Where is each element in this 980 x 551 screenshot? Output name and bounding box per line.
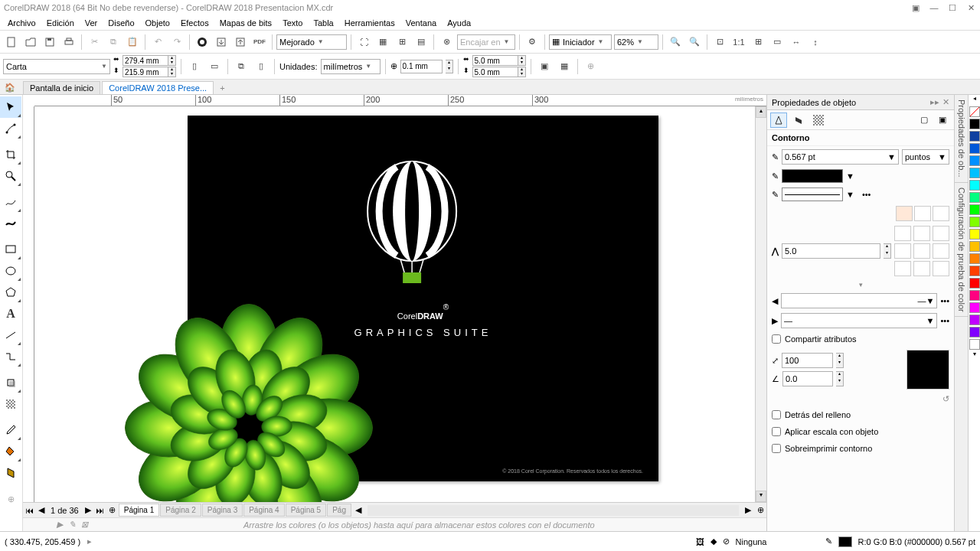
page-preset-combo[interactable]: Carta▼ xyxy=(3,59,110,74)
palette-swatch[interactable] xyxy=(969,290,980,301)
redo-button[interactable]: ↷ xyxy=(168,34,185,51)
canvas-viewport[interactable]: CorelDRAW® GRAPHICS SUITE © 2018 Corel C… xyxy=(34,106,755,502)
all-pages-button[interactable]: ⧉ xyxy=(233,58,250,75)
drop-shadow-tool[interactable] xyxy=(0,372,21,393)
vtab-properties[interactable]: Propiedades de ob... xyxy=(955,95,968,183)
page-width-input[interactable] xyxy=(122,55,168,66)
shape-tool[interactable] xyxy=(0,118,21,139)
menu-ventana[interactable]: Ventana xyxy=(401,17,441,29)
document-palette[interactable]: ▶✎⊠ Arrastre los colores (o los objetos)… xyxy=(23,517,766,531)
cap-9[interactable] xyxy=(933,261,949,276)
outline-units-combo[interactable]: puntos▼ xyxy=(902,149,949,165)
menu-mapas[interactable]: Mapas de bits xyxy=(215,17,276,29)
eyedropper-tool[interactable] xyxy=(0,419,21,441)
parallel-dim-tool[interactable] xyxy=(0,324,21,346)
rectangle-tool[interactable] xyxy=(0,239,21,260)
copy-button[interactable]: ⧉ xyxy=(105,34,122,51)
maximize-button[interactable]: ☐ xyxy=(947,2,958,13)
menu-efectos[interactable]: Efectos xyxy=(176,17,214,29)
zoom-page-button[interactable]: ▭ xyxy=(769,34,786,51)
relative-bounds-button[interactable]: ▦ xyxy=(556,58,573,75)
print-button[interactable] xyxy=(60,34,77,51)
artistic-media-tool[interactable] xyxy=(0,213,21,234)
transparency-tab[interactable] xyxy=(810,112,827,128)
last-page-button[interactable]: ⏭ xyxy=(94,504,106,517)
nib-stretch-input[interactable] xyxy=(782,353,833,368)
outline-style-swatch[interactable] xyxy=(782,187,843,201)
menu-objeto[interactable]: Objeto xyxy=(141,17,175,29)
corner-round-button[interactable] xyxy=(914,206,931,221)
vertical-scrollbar[interactable]: ▴▾ xyxy=(755,106,766,502)
palette-swatch[interactable] xyxy=(969,131,980,142)
zoom-all-button[interactable]: 1:1 xyxy=(730,34,747,51)
fill-tab[interactable] xyxy=(790,112,807,128)
palette-swatch[interactable] xyxy=(969,302,980,313)
palette-swatch[interactable] xyxy=(969,241,980,252)
freehand-tool[interactable] xyxy=(0,191,21,213)
palette-swatch[interactable] xyxy=(969,180,980,191)
text-tool[interactable]: A xyxy=(0,303,21,324)
new-tab-button[interactable]: + xyxy=(215,82,229,94)
open-button[interactable] xyxy=(22,34,39,51)
duplicate-x-input[interactable] xyxy=(472,55,518,66)
outline-width-combo[interactable]: 0.567 pt▼ xyxy=(782,149,899,165)
horizontal-scrollbar[interactable] xyxy=(368,505,739,516)
scroll-tabs-right[interactable]: ▶ xyxy=(742,504,754,517)
page-tab-3[interactable]: Página 3 xyxy=(202,504,243,517)
panel-mode-1[interactable]: ▢ xyxy=(916,112,933,128)
palette-swatch[interactable] xyxy=(969,229,980,240)
color-dropdown[interactable]: ▼ xyxy=(846,171,854,181)
menu-archivo[interactable]: Archivo xyxy=(3,17,41,29)
landscape-button[interactable]: ▭ xyxy=(206,58,223,75)
zoom-selection-button[interactable]: ⊡ xyxy=(711,34,728,51)
behind-fill-checkbox[interactable] xyxy=(772,410,781,419)
arrow-start-combo[interactable]: —▼ xyxy=(781,293,937,308)
interactive-fill-tool[interactable] xyxy=(0,441,21,462)
tab-document[interactable]: CorelDRAW 2018 Prese... xyxy=(102,81,214,94)
scale-with-object-checkbox[interactable] xyxy=(772,427,781,436)
palette-scroll-down[interactable]: ▾ xyxy=(969,350,980,361)
palette-swatch[interactable] xyxy=(969,217,980,227)
nib-angle-input[interactable] xyxy=(782,371,833,386)
tab-home[interactable]: Pantalla de inicio xyxy=(23,81,100,94)
show-rulers-button[interactable]: ▦ xyxy=(374,34,391,51)
cap-3[interactable] xyxy=(933,226,949,241)
snap-combo[interactable]: Encajar en▼ xyxy=(457,34,515,50)
page-tab-2[interactable]: Página 2 xyxy=(160,504,201,517)
vtab-color-proof[interactable]: Configuración de prueba de color xyxy=(955,183,968,318)
zoom-out-button[interactable]: 🔍 xyxy=(686,34,703,51)
palette-swatch[interactable] xyxy=(969,266,980,276)
scroll-tabs-left[interactable]: ◀ xyxy=(352,504,364,517)
current-page-button[interactable]: ▯ xyxy=(253,58,270,75)
expand-toolbox-button[interactable]: ⊕ xyxy=(0,488,21,510)
polygon-tool[interactable] xyxy=(0,282,21,303)
cap-5[interactable] xyxy=(913,243,930,259)
close-button[interactable]: ✕ xyxy=(965,2,976,13)
style-dropdown[interactable]: ▼ xyxy=(846,190,854,199)
nav-menu-button[interactable]: ⊕ xyxy=(754,504,766,517)
crop-tool[interactable] xyxy=(0,144,21,165)
connector-tool[interactable] xyxy=(0,346,21,367)
palette-swatch[interactable] xyxy=(969,339,980,350)
export-button[interactable] xyxy=(232,34,249,51)
search-content-button[interactable] xyxy=(194,34,211,51)
page-height-input[interactable] xyxy=(122,67,168,77)
corner-miter-button[interactable] xyxy=(896,206,913,221)
new-button[interactable] xyxy=(3,34,20,51)
units-combo[interactable]: milímetros▼ xyxy=(321,59,381,74)
zoom-height-button[interactable]: ↕ xyxy=(807,34,824,51)
palette-swatch[interactable] xyxy=(969,278,980,289)
paste-button[interactable]: 📋 xyxy=(124,34,141,51)
menu-diseno[interactable]: Diseño xyxy=(103,17,139,29)
palette-swatch[interactable] xyxy=(969,143,980,154)
menu-ayuda[interactable]: Ayuda xyxy=(443,17,475,29)
first-page-button[interactable]: ⏮ xyxy=(23,504,35,517)
transparency-tool[interactable] xyxy=(0,393,21,415)
add-preset-button[interactable]: ⊕ xyxy=(583,58,599,75)
import-button[interactable] xyxy=(213,34,230,51)
duplicate-y-input[interactable] xyxy=(472,67,518,77)
palette-swatch[interactable] xyxy=(969,204,980,215)
options-button[interactable]: ⚙ xyxy=(524,34,541,51)
arrow-end-combo[interactable]: —▼ xyxy=(781,313,937,328)
palette-swatch[interactable] xyxy=(969,119,980,129)
